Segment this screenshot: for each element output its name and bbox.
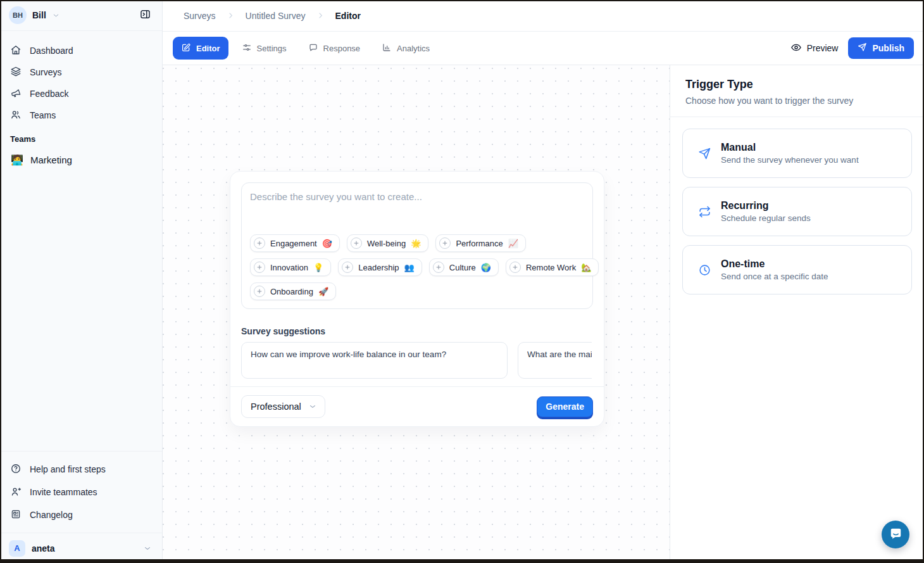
trigger-option-recurring[interactable]: Recurring Schedule regular sends — [682, 187, 912, 236]
tab-settings[interactable]: Settings — [234, 37, 295, 60]
plus-icon — [351, 237, 362, 249]
sidebar-item-label: Dashboard — [30, 46, 73, 56]
chip-leadership[interactable]: Leadership👥 — [338, 258, 422, 276]
sidebar-item-invite[interactable]: Invite teammates — [10, 481, 152, 503]
eye-icon — [790, 42, 802, 55]
breadcrumb-untitled-survey[interactable]: Untitled Survey — [246, 11, 306, 21]
chevron-right-icon — [316, 11, 325, 20]
account-switcher[interactable]: A aneta — [0, 533, 162, 563]
chip-label: Leadership — [358, 263, 399, 272]
help-circle-icon — [10, 463, 22, 476]
workspace-avatar: BH — [9, 6, 27, 24]
message-square-icon — [308, 42, 318, 54]
sidebar-item-label: Feedback — [30, 89, 68, 99]
tab-editor[interactable]: Editor — [173, 37, 228, 60]
suggestion-card[interactable]: How can we improve work-life balance in … — [241, 342, 508, 379]
sidebar-collapse-button[interactable] — [135, 6, 154, 25]
sidebar-item-surveys[interactable]: Surveys — [10, 61, 152, 83]
sidebar-item-teams[interactable]: Teams — [10, 104, 152, 126]
survey-generator-card: Engagement🎯 Well-being🌟 Performance📈 Inn… — [230, 171, 604, 427]
publish-label: Publish — [872, 43, 904, 53]
tab-label: Settings — [257, 44, 287, 53]
team-name: Marketing — [30, 155, 72, 165]
chip-label: Culture — [449, 263, 476, 272]
main-column: Surveys Untitled Survey Editor Editor Se… — [163, 0, 924, 563]
plus-icon — [342, 262, 353, 273]
sidebar-item-changelog[interactable]: Changelog — [10, 503, 152, 526]
sidebar-footer-nav: Help and first steps Invite teammates Ch… — [0, 451, 162, 533]
layers-icon — [10, 66, 22, 79]
sidebar-item-team-marketing[interactable]: 🧑‍💻 Marketing — [10, 148, 152, 171]
chevron-down-icon[interactable] — [52, 11, 60, 20]
sidebar-item-help[interactable]: Help and first steps — [10, 458, 152, 481]
tab-label: Editor — [196, 44, 220, 53]
suggestion-card[interactable]: What are the main ob — [518, 342, 592, 379]
plus-icon — [254, 262, 265, 273]
bulb-emoji-icon: 💡 — [313, 263, 323, 272]
sidebar-item-label: Changelog — [30, 510, 73, 520]
chat-launcher-button[interactable] — [882, 521, 909, 548]
breadcrumb-editor: Editor — [335, 11, 361, 21]
tab-analytics[interactable]: Analytics — [373, 37, 438, 60]
chip-culture[interactable]: Culture🌍 — [429, 258, 499, 276]
chip-engagement[interactable]: Engagement🎯 — [250, 234, 340, 252]
send-icon — [858, 42, 867, 54]
trigger-option-one-time[interactable]: One-time Send once at a specific date — [682, 245, 912, 294]
chip-label: Innovation — [270, 263, 308, 272]
breadcrumb-surveys[interactable]: Surveys — [184, 11, 216, 21]
generator-footer: Professional Generate — [230, 386, 604, 426]
suggestions-row: How can we improve work-life balance in … — [241, 342, 592, 379]
tone-select[interactable]: Professional — [241, 395, 325, 418]
trigger-option-description: Send once at a specific date — [721, 272, 828, 281]
plus-icon — [509, 262, 521, 273]
tab-label: Analytics — [397, 44, 430, 53]
workspace-header: BH Bill — [0, 0, 162, 31]
chip-label: Performance — [456, 239, 503, 248]
chip-innovation[interactable]: Innovation💡 — [250, 258, 331, 276]
survey-description-input[interactable] — [250, 191, 584, 234]
sidebar-item-dashboard[interactable]: Dashboard — [10, 40, 152, 61]
preview-button[interactable]: Preview — [790, 42, 839, 55]
trigger-options: Manual Send the survey whenever you want… — [670, 117, 924, 315]
trigger-option-title: Recurring — [721, 200, 811, 212]
megaphone-icon — [10, 87, 22, 101]
sidebar-item-feedback[interactable]: Feedback — [10, 83, 152, 104]
sidebar-item-label: Invite teammates — [30, 487, 97, 497]
trigger-option-title: Manual — [721, 142, 859, 153]
breadcrumb: Surveys Untitled Survey Editor — [163, 0, 924, 32]
chip-performance[interactable]: Performance📈 — [435, 234, 526, 252]
sidebar: BH Bill Dashboard Surveys Feedback T — [0, 0, 163, 563]
editor-tabs: Editor Settings Response Analytics — [173, 37, 438, 60]
preview-label: Preview — [807, 43, 839, 53]
chip-onboarding[interactable]: Onboarding🚀 — [250, 282, 336, 300]
chip-label: Onboarding — [270, 287, 313, 296]
chart-emoji-icon: 📈 — [508, 239, 518, 248]
editor-toolbar: Editor Settings Response Analytics — [163, 32, 924, 65]
bar-chart-icon — [382, 42, 392, 54]
publish-button[interactable]: Publish — [848, 37, 914, 59]
trigger-option-manual[interactable]: Manual Send the survey whenever you want — [682, 129, 912, 178]
send-icon — [698, 147, 711, 160]
sidebar-nav: Dashboard Surveys Feedback Teams — [0, 31, 162, 126]
chip-label: Engagement — [270, 239, 317, 248]
content-area: Engagement🎯 Well-being🌟 Performance📈 Inn… — [163, 65, 924, 563]
topic-chips: Engagement🎯 Well-being🌟 Performance📈 Inn… — [250, 234, 584, 300]
plus-icon — [254, 237, 265, 249]
sidebar-spacer — [0, 171, 162, 451]
tab-response[interactable]: Response — [300, 37, 369, 60]
account-avatar: A — [9, 540, 25, 557]
trigger-option-text: Manual Send the survey whenever you want — [721, 142, 859, 165]
workspace-name[interactable]: Bill — [32, 10, 46, 20]
panel-collapse-icon — [139, 8, 151, 22]
chip-label: Remote Work — [526, 263, 576, 272]
generate-button[interactable]: Generate — [537, 396, 593, 417]
house-emoji-icon: 🏡 — [581, 263, 591, 272]
account-name: aneta — [32, 543, 55, 554]
trigger-panel-subtitle: Choose how you want to trigger the surve… — [685, 96, 909, 106]
chip-well-being[interactable]: Well-being🌟 — [347, 234, 428, 252]
clock-icon — [698, 263, 711, 277]
trigger-panel-title: Trigger Type — [685, 78, 909, 91]
repeat-icon — [698, 205, 711, 218]
plus-icon — [439, 237, 451, 249]
chip-remote-work[interactable]: Remote Work🏡 — [506, 258, 599, 276]
